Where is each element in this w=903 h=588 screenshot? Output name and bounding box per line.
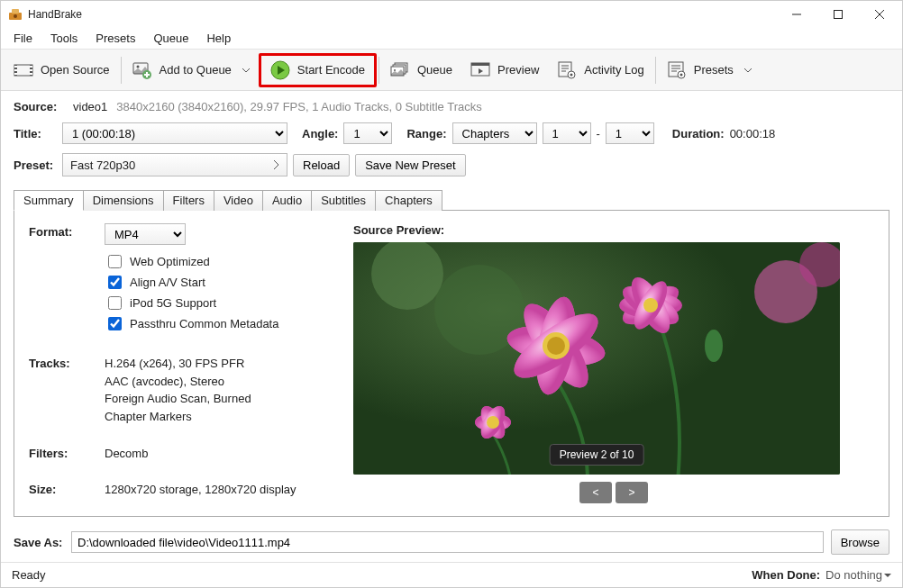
when-done-select[interactable]: Do nothing [825, 568, 891, 582]
save-as-input[interactable] [71, 531, 824, 553]
title-label: Title: [14, 127, 57, 140]
title-select[interactable]: 1 (00:00:18) [62, 122, 287, 144]
app-icon [8, 7, 23, 22]
save-as-label: Save As: [14, 536, 64, 549]
svg-point-39 [680, 73, 682, 76]
svg-rect-15 [30, 73, 32, 75]
svg-point-51 [487, 416, 499, 429]
tracks-label: Tracks: [29, 355, 105, 370]
web-optimized-checkbox[interactable]: Web Optimized [105, 252, 335, 271]
svg-rect-13 [30, 66, 32, 68]
preset-row: Preset: Fast 720p30 Reload Save New Pres… [14, 153, 889, 176]
chevron-down-icon [242, 67, 250, 74]
start-encode-button[interactable]: Start Encode [259, 53, 377, 87]
save-row: Save As: Browse [1, 522, 902, 562]
range-label: Range: [406, 127, 446, 140]
preview-button[interactable]: Preview [461, 53, 548, 87]
when-done-label: When Done: [752, 568, 820, 582]
angle-label: Angle: [302, 127, 338, 140]
filters-label: Filters: [29, 445, 105, 460]
menu-file[interactable]: File [5, 30, 41, 47]
browse-button[interactable]: Browse [831, 529, 889, 555]
film-icon [14, 60, 33, 80]
tab-bar: Summary Dimensions Filters Video Audio S… [14, 189, 889, 211]
svg-rect-1 [12, 9, 19, 14]
range-to-select[interactable]: 1 [606, 122, 654, 144]
svg-point-17 [136, 65, 139, 68]
range-from-select[interactable]: 1 [543, 122, 591, 144]
format-select[interactable]: MP4 [105, 223, 186, 245]
queue-button[interactable]: Queue [381, 53, 461, 87]
svg-point-68 [705, 330, 723, 362]
open-source-button[interactable]: Open Source [5, 53, 119, 87]
tab-dimensions[interactable]: Dimensions [83, 190, 164, 211]
svg-point-67 [643, 298, 658, 312]
tab-subtitles[interactable]: Subtitles [311, 190, 376, 211]
tab-chapters[interactable]: Chapters [375, 190, 442, 211]
tab-summary[interactable]: Summary [14, 190, 84, 211]
play-icon [270, 60, 290, 80]
ipod-5g-checkbox[interactable]: iPod 5G Support [105, 294, 335, 312]
status-text: Ready [12, 568, 46, 582]
presets-gear-icon [667, 60, 687, 80]
menubar: File Tools Presets Queue Help [1, 28, 902, 50]
tab-video[interactable]: Video [214, 190, 263, 211]
size-label: Size: [29, 481, 105, 496]
svg-point-61 [547, 337, 565, 355]
presets-button[interactable]: Presets [658, 53, 761, 87]
preview-play-icon [470, 60, 490, 80]
window-title: HandBrake [28, 8, 82, 21]
svg-rect-11 [14, 69, 17, 71]
preset-select[interactable]: Fast 720p30 [62, 153, 287, 176]
title-row: Title: 1 (00:00:18) Angle: 1 Range: Chap… [14, 122, 889, 144]
format-label: Format: [29, 223, 105, 239]
source-name: video1 [73, 100, 107, 113]
chevron-right-icon [272, 160, 279, 169]
svg-rect-27 [471, 63, 489, 66]
stack-icon [390, 60, 410, 80]
svg-point-25 [394, 69, 396, 71]
preview-title: Source Preview: [353, 223, 874, 237]
svg-rect-10 [14, 66, 17, 68]
reload-button[interactable]: Reload [293, 154, 350, 176]
menu-queue[interactable]: Queue [144, 30, 197, 47]
minimize-button[interactable] [776, 1, 817, 28]
chevron-down-icon [744, 67, 752, 74]
source-label: Source: [14, 100, 68, 113]
tab-filters[interactable]: Filters [163, 190, 214, 211]
menu-presets[interactable]: Presets [87, 30, 144, 47]
preview-next-button[interactable]: > [616, 482, 648, 503]
tab-panel-summary: Format: MP4 Web Optimized Align A/V Star… [14, 211, 889, 517]
menu-tools[interactable]: Tools [41, 30, 87, 47]
duration-value: 00:00:18 [730, 127, 776, 140]
close-button[interactable] [859, 1, 900, 28]
tracks-info: H.264 (x264), 30 FPS PFR AAC (avcodec), … [105, 355, 335, 425]
image-plus-icon [132, 60, 152, 80]
activity-log-button[interactable]: Activity Log [548, 53, 652, 87]
preset-label: Preset: [14, 158, 57, 172]
passthru-metadata-checkbox[interactable]: Passthru Common Metadata [105, 314, 335, 333]
source-row: Source: video1 3840x2160 (3840x2160), 29… [14, 100, 889, 113]
tab-audio[interactable]: Audio [262, 190, 312, 211]
save-new-preset-button[interactable]: Save New Preset [355, 154, 465, 176]
titlebar: HandBrake [1, 1, 902, 28]
filters-value: Decomb [105, 445, 335, 463]
svg-point-2 [14, 14, 17, 18]
range-type-select[interactable]: Chapters [452, 122, 537, 144]
angle-select[interactable]: 1 [343, 122, 392, 144]
log-gear-icon [557, 60, 577, 80]
maximize-button[interactable] [817, 1, 859, 28]
source-info: 3840x2160 (3840x2160), 29.97 FPS, 1 Audi… [116, 100, 481, 113]
svg-rect-12 [14, 73, 17, 75]
toolbar: Open Source Add to Queue Start Encode Qu… [1, 50, 902, 91]
add-to-queue-button[interactable]: Add to Queue [123, 53, 259, 87]
preview-prev-button[interactable]: < [579, 482, 612, 503]
content-area: Source: video1 3840x2160 (3840x2160), 29… [1, 91, 902, 522]
duration-label: Duration: [672, 127, 725, 140]
size-value: 1280x720 storage, 1280x720 display [105, 481, 335, 499]
menu-help[interactable]: Help [197, 30, 240, 47]
source-preview: Preview 2 of 10 [353, 242, 840, 475]
svg-rect-14 [30, 69, 32, 71]
preview-counter: Preview 2 of 10 [550, 444, 644, 466]
align-av-start-checkbox[interactable]: Align A/V Start [105, 273, 335, 292]
